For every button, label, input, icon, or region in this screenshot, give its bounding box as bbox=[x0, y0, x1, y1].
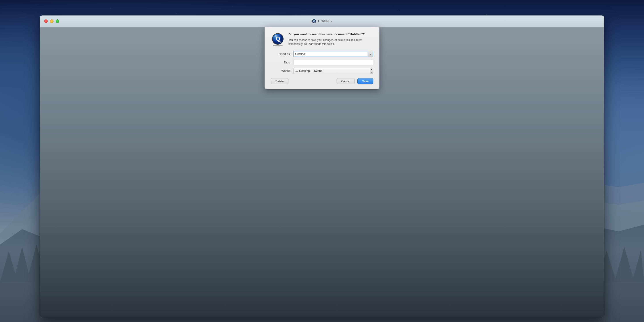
export-as-input-wrapper: ▾ bbox=[293, 51, 373, 57]
mac-window: Q Untitled ▾ bbox=[40, 16, 604, 318]
window-title-area: Q Untitled ▾ bbox=[312, 19, 332, 24]
tags-row: Tags: bbox=[271, 59, 373, 66]
stepper-up-arrow: ▲ bbox=[371, 68, 372, 71]
dialog-subtitle: You can choose to save your changes, or … bbox=[288, 38, 373, 46]
export-as-dropdown-button[interactable]: ▾ bbox=[368, 51, 373, 57]
export-as-label: Export As: bbox=[271, 52, 290, 56]
form-section: Export As: ▾ Tags: bbox=[271, 51, 373, 74]
tags-label: Tags: bbox=[271, 61, 290, 64]
where-label: Where: bbox=[271, 69, 290, 72]
maximize-window-button[interactable] bbox=[56, 20, 59, 23]
save-button[interactable]: Save bbox=[357, 78, 373, 84]
svg-point-27 bbox=[273, 45, 283, 46]
dialog-text-container: Do you want to keep this new document “U… bbox=[288, 32, 373, 46]
cancel-button[interactable]: Cancel bbox=[336, 78, 355, 84]
quicktime-icon: Q bbox=[312, 19, 316, 24]
svg-text:Q: Q bbox=[313, 20, 315, 23]
minimize-window-button[interactable] bbox=[50, 20, 54, 23]
desktop: Q Untitled ▾ bbox=[0, 0, 644, 322]
titlebar: Q Untitled ▾ bbox=[40, 16, 604, 27]
tags-input[interactable] bbox=[293, 59, 373, 66]
stepper-down-arrow: ▼ bbox=[371, 71, 372, 74]
window-content-area: Q Do you want to keep this new document … bbox=[40, 27, 604, 318]
where-select-wrapper: ☁ Desktop — iCloud ▲ ▼ bbox=[293, 68, 373, 74]
dialog-overlay: Q Do you want to keep this new document … bbox=[40, 27, 604, 318]
dialog-buttons: Delete Cancel Save bbox=[271, 78, 373, 84]
save-dialog: Q Do you want to keep this new document … bbox=[264, 27, 380, 89]
icloud-icon: ☁ bbox=[295, 69, 298, 72]
title-dropdown-arrow[interactable]: ▾ bbox=[331, 20, 332, 22]
export-as-row: Export As: ▾ bbox=[271, 51, 373, 57]
where-stepper-button[interactable]: ▲ ▼ bbox=[370, 68, 373, 74]
dialog-title: Do you want to keep this new document “U… bbox=[288, 32, 373, 36]
traffic-lights bbox=[44, 20, 59, 23]
right-buttons: Cancel Save bbox=[336, 78, 373, 84]
delete-button[interactable]: Delete bbox=[271, 78, 288, 84]
close-window-button[interactable] bbox=[44, 20, 48, 23]
export-as-input[interactable] bbox=[293, 51, 368, 57]
window-title-text: Untitled bbox=[318, 19, 329, 23]
app-icon: Q bbox=[271, 32, 285, 46]
where-display[interactable]: ☁ Desktop — iCloud bbox=[293, 68, 370, 74]
where-value-text: Desktop — iCloud bbox=[299, 69, 322, 72]
dialog-header: Q Do you want to keep this new document … bbox=[271, 32, 373, 46]
where-row: Where: ☁ Desktop — iCloud ▲ ▼ bbox=[271, 68, 373, 74]
